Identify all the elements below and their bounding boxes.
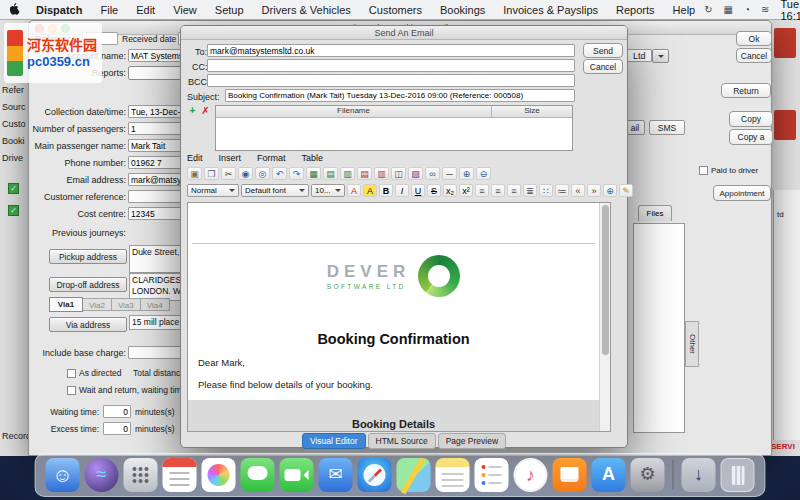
email-dialog-titlebar[interactable]: Send An Email: [181, 26, 627, 40]
highlight-color-icon[interactable]: A: [363, 184, 377, 197]
settings-dock-icon[interactable]: [631, 458, 665, 492]
downloads-dock-icon[interactable]: [682, 458, 716, 492]
cancel-button[interactable]: Cancel: [736, 48, 772, 63]
launchpad-dock-icon[interactable]: [124, 458, 158, 492]
align-right-icon[interactable]: ≡: [507, 184, 521, 197]
waiting-time-input[interactable]: [103, 405, 131, 418]
email-menu-format[interactable]: Format: [257, 153, 286, 163]
account-dropdown-button[interactable]: [652, 49, 669, 63]
subject-input[interactable]: [225, 89, 575, 102]
insert-image-icon[interactable]: ▨: [408, 167, 423, 180]
editor-scrollbar[interactable]: [599, 203, 610, 431]
finder-dock-icon[interactable]: [46, 458, 80, 492]
via-address-button[interactable]: Via address: [49, 317, 127, 332]
as-directed-checkbox[interactable]: [67, 369, 76, 378]
insert-table-icon[interactable]: ▦: [306, 167, 321, 180]
paid-to-driver-checkbox[interactable]: [699, 166, 708, 175]
sms-button[interactable]: SMS: [649, 120, 685, 135]
font-color-icon[interactable]: A: [347, 184, 361, 197]
reminders-dock-icon[interactable]: [475, 458, 509, 492]
font-size-dropdown[interactable]: 10...: [311, 184, 345, 197]
facetime-dock-icon[interactable]: [280, 458, 314, 492]
wait-and-return-checkbox[interactable]: [67, 386, 76, 395]
menu-help[interactable]: Help: [664, 4, 705, 16]
trash-dock-icon[interactable]: [721, 458, 755, 492]
insert-column-icon[interactable]: ▥: [340, 167, 355, 180]
outdent-icon[interactable]: «: [571, 184, 585, 197]
other-tab[interactable]: Other: [685, 321, 699, 367]
italic-icon[interactable]: I: [395, 184, 409, 197]
photos-dock-icon[interactable]: [202, 458, 236, 492]
return-button[interactable]: Return: [721, 83, 771, 98]
attachments-table[interactable]: Filename Size: [215, 105, 573, 151]
appstore-dock-icon[interactable]: [592, 458, 626, 492]
dropoff-address-button[interactable]: Drop-off address: [49, 277, 127, 292]
email-menu-insert[interactable]: Insert: [219, 153, 242, 163]
bcc-input[interactable]: [207, 74, 575, 87]
menu-view[interactable]: View: [164, 4, 206, 16]
subscript-icon[interactable]: x₂: [443, 184, 457, 197]
redo-icon[interactable]: ↷: [289, 167, 304, 180]
find-replace-icon[interactable]: ◎: [255, 167, 270, 180]
menu-customers[interactable]: Customers: [360, 4, 431, 16]
delete-row-icon[interactable]: ▤: [357, 167, 372, 180]
undo-icon[interactable]: ↶: [272, 167, 287, 180]
via-tab[interactable]: Via4: [141, 298, 170, 311]
messages-dock-icon[interactable]: [241, 458, 275, 492]
superscript-icon[interactable]: x²: [459, 184, 473, 197]
checked-checkbox-icon[interactable]: ✓: [8, 183, 19, 194]
tab-html-source[interactable]: HTML Source: [368, 433, 436, 449]
calendar-dock-icon[interactable]: [163, 458, 197, 492]
copy-all-button[interactable]: Copy a: [729, 129, 773, 145]
font-family-dropdown[interactable]: Default font: [241, 184, 309, 197]
size-column-header[interactable]: Size: [492, 106, 572, 117]
preview-zoom-icon[interactable]: ⊕: [603, 184, 617, 197]
copy-icon[interactable]: ❐: [204, 167, 219, 180]
numbered-list-icon[interactable]: ≔: [555, 184, 569, 197]
menu-file[interactable]: File: [91, 4, 127, 16]
email-body-editor[interactable]: DEVER SOFTWARE LTD Booking Confirmation …: [187, 202, 611, 432]
mail-dock-icon[interactable]: [319, 458, 353, 492]
remove-attachment-icon[interactable]: ✗: [200, 106, 211, 117]
delete-column-icon[interactable]: ▥: [374, 167, 389, 180]
menubar-clock[interactable]: Tue 16:13: [781, 0, 800, 22]
bullet-list-icon[interactable]: ∷: [539, 184, 553, 197]
email-cancel-button[interactable]: Cancel: [583, 59, 623, 74]
paragraph-style-dropdown[interactable]: Normal: [187, 184, 239, 197]
email-button-partial[interactable]: ail: [625, 120, 645, 135]
align-left-icon[interactable]: ≡: [475, 184, 489, 197]
via-tab[interactable]: Via3: [112, 298, 141, 311]
files-tab[interactable]: Files: [638, 205, 672, 221]
paste-icon[interactable]: ▣: [187, 167, 202, 180]
menu-bookings[interactable]: Bookings: [431, 4, 494, 16]
indent-icon[interactable]: »: [587, 184, 601, 197]
merge-cells-icon[interactable]: ◫: [391, 167, 406, 180]
ok-button[interactable]: Ok: [736, 31, 772, 46]
maps-dock-icon[interactable]: [397, 458, 431, 492]
insert-row-icon[interactable]: ▤: [323, 167, 338, 180]
excess-time-input[interactable]: [103, 422, 131, 435]
pickup-address-button[interactable]: Pickup address: [49, 249, 127, 264]
checked-checkbox-icon[interactable]: ✓: [8, 205, 19, 216]
justify-icon[interactable]: ≣: [523, 184, 537, 197]
strikethrough-icon[interactable]: S: [427, 184, 441, 197]
notes-dock-icon[interactable]: [436, 458, 470, 492]
send-button[interactable]: Send: [583, 43, 623, 58]
via1-tab-selected[interactable]: Via1: [49, 297, 83, 312]
red-panel-fragment[interactable]: [774, 110, 796, 140]
display-status-icon[interactable]: ▦: [724, 4, 733, 15]
edit-pencil-icon[interactable]: ✎: [619, 184, 633, 197]
tab-page-preview[interactable]: Page Preview: [438, 433, 506, 449]
align-center-icon[interactable]: ≡: [491, 184, 505, 197]
menu-invoices-payslips[interactable]: Invoices & Payslips: [494, 4, 607, 16]
appointment-button[interactable]: Appointment: [713, 185, 771, 201]
email-menu-table[interactable]: Table: [302, 153, 324, 163]
find-icon[interactable]: ◉: [238, 167, 253, 180]
apple-menu-icon[interactable]: [10, 3, 21, 16]
editor-scrollbar-thumb[interactable]: [602, 205, 609, 355]
siri-dock-icon[interactable]: [85, 458, 119, 492]
zoom-in-icon[interactable]: ⊕: [459, 167, 474, 180]
via-tab[interactable]: Via2: [83, 298, 112, 311]
time-machine-status-icon[interactable]: ◔: [744, 4, 750, 15]
menu-edit[interactable]: Edit: [127, 4, 164, 16]
